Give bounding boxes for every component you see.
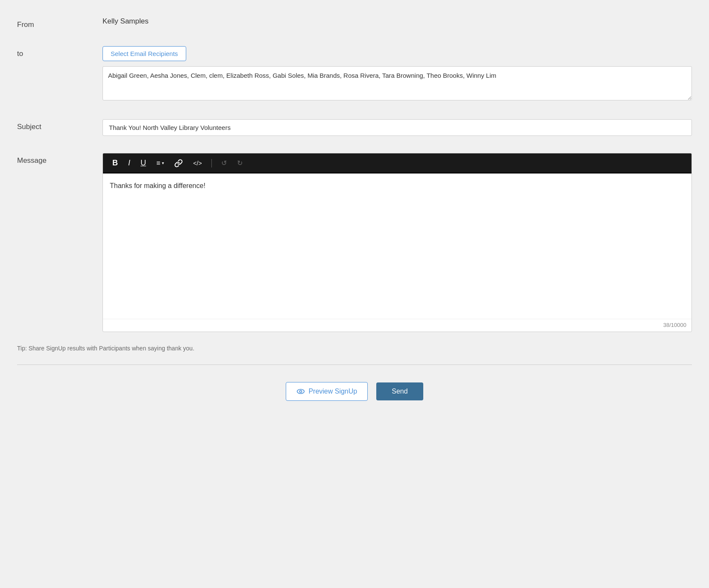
from-row: From Kelly Samples <box>17 13 692 33</box>
send-button[interactable]: Send <box>376 382 423 400</box>
code-button[interactable]: </> <box>190 158 204 168</box>
align-button[interactable]: ≡ ▾ <box>154 158 167 169</box>
to-content: Select Email Recipients <box>103 46 692 102</box>
toolbar-separator <box>211 159 212 168</box>
link-button[interactable] <box>172 157 185 169</box>
message-editor: B I U ≡ ▾ </> ↺ <box>103 153 692 332</box>
subject-label: Subject <box>17 119 103 131</box>
from-content: Kelly Samples <box>103 17 692 26</box>
message-row: Message B I U ≡ ▾ <box>17 149 692 336</box>
from-value: Kelly Samples <box>103 14 149 25</box>
eye-icon <box>296 388 305 394</box>
bold-button[interactable]: B <box>110 157 120 169</box>
italic-button[interactable]: I <box>126 157 133 169</box>
subject-content <box>103 119 692 136</box>
to-row: to Select Email Recipients <box>17 42 692 106</box>
message-toolbar: B I U ≡ ▾ </> ↺ <box>103 153 691 173</box>
message-body[interactable]: Thanks for making a difference! <box>103 173 691 319</box>
select-recipients-button[interactable]: Select Email Recipients <box>103 46 186 61</box>
email-form: From Kelly Samples to Select Email Recip… <box>0 0 709 439</box>
to-label: to <box>17 46 103 58</box>
message-label: Message <box>17 153 103 165</box>
chevron-down-icon: ▾ <box>162 161 164 165</box>
svg-point-1 <box>300 391 302 393</box>
subject-input[interactable] <box>103 119 692 136</box>
recipients-textarea[interactable] <box>103 66 692 100</box>
tip-text: Tip: Share SignUp results with Participa… <box>17 345 692 352</box>
divider <box>17 365 692 365</box>
action-buttons: Preview SignUp Send <box>17 382 692 426</box>
from-label: From <box>17 17 103 29</box>
preview-label: Preview SignUp <box>308 388 357 395</box>
message-text: Thanks for making a difference! <box>110 182 205 189</box>
align-icon: ≡ <box>156 159 160 167</box>
preview-signup-button[interactable]: Preview SignUp <box>286 382 368 401</box>
underline-button[interactable]: U <box>138 157 149 169</box>
subject-row: Subject <box>17 115 692 140</box>
char-count: 38/10000 <box>103 319 691 332</box>
redo-button[interactable]: ↻ <box>234 157 245 169</box>
message-content: B I U ≡ ▾ </> ↺ <box>103 153 692 332</box>
undo-button[interactable]: ↺ <box>219 157 229 169</box>
svg-point-0 <box>297 389 305 394</box>
